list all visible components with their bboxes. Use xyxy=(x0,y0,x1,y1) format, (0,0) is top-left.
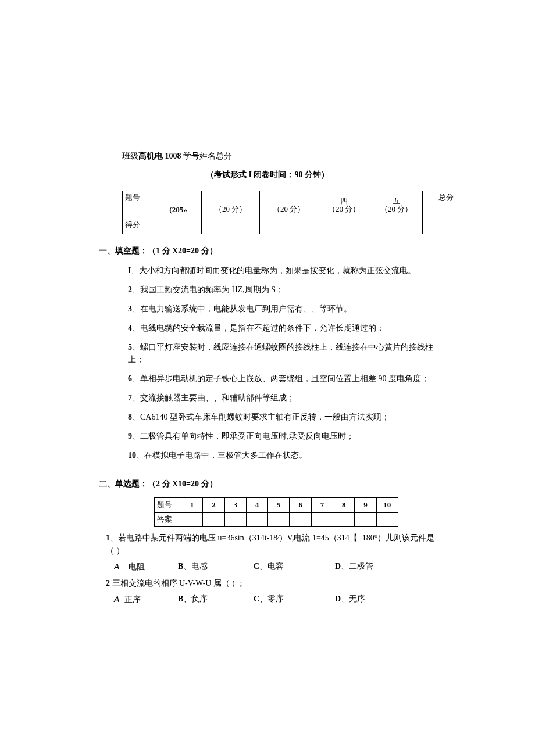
cell xyxy=(376,513,398,527)
cell: 1 xyxy=(181,498,203,513)
option-c: C、电容 xyxy=(254,560,335,574)
cell: (205» xyxy=(155,191,202,216)
fill-blank-list: I、大小和方向都随时间而变化的电量称为，如果是按变化，就称为正弦交流电。 2、我… xyxy=(128,264,436,461)
list-item: 5、螺口平灯座安装时，线应连接在通螺蚊圈的接线柱上，线连接在中心簧片的接线柱上； xyxy=(128,341,436,366)
cell: 7 xyxy=(311,498,333,513)
mcq-questions: 1、若电路中某元件两端的电压 u=36sin（314t-18⁄）V,电流 1=4… xyxy=(106,532,436,606)
cell: 6 xyxy=(290,498,311,513)
cell-total: 总分 xyxy=(423,191,469,216)
q1-options: A 电阻 BB、电感、电感 C、电容 D、二极管 xyxy=(114,560,436,574)
class-value: 高机电 1008 xyxy=(138,152,181,160)
id-name-score: 学号姓名总分 xyxy=(181,152,233,160)
table-row: 答案 xyxy=(155,513,398,527)
cell xyxy=(423,216,469,234)
cell xyxy=(203,513,224,527)
q2-stem: 2 三相交流电的相序 U-V-W-U 属（ ）; xyxy=(106,577,436,590)
cell: 5 xyxy=(268,498,290,513)
list-item: 4、电线电缆的安全载流量，是指在不超过的条件下，允许长期通过的； xyxy=(128,322,436,334)
option-d: D、二极管 xyxy=(335,560,411,574)
cell: （20 分） xyxy=(202,191,260,216)
option-b: B、负序 xyxy=(178,593,254,606)
option-a-key: A xyxy=(114,593,122,605)
cell xyxy=(268,513,290,527)
list-item: I、大小和方向都随时间而变化的电量称为，如果是按变化，就称为正弦交流电。 xyxy=(128,264,436,277)
cell xyxy=(260,216,318,234)
cell xyxy=(181,513,203,527)
exam-page: 班级高机电 1008 学号姓名总分 （考试形式 I 闭卷时间：90 分钟） 题号… xyxy=(0,0,535,606)
cell xyxy=(370,216,423,234)
cell xyxy=(333,513,355,527)
list-item: 2、我国工频交流电的频率为 HZ,周期为 S； xyxy=(128,284,436,296)
list-item: 9、二极管具有单向特性，即承受正向电压时,承受反向电压时； xyxy=(128,430,436,442)
cell xyxy=(355,513,376,527)
exam-form-line: （考试形式 I 闭卷时间：90 分钟） xyxy=(99,170,436,180)
q1-stem: 1、若电路中某元件两端的电压 u=36sin（314t-18⁄）V,电流 1=4… xyxy=(106,532,436,558)
cell-ans-label: 答案 xyxy=(155,513,181,527)
cell xyxy=(246,513,268,527)
mcq-answer-table: 题号 1 2 3 4 5 6 7 8 9 10 答案 xyxy=(154,497,398,527)
list-item: 6、单相异步电动机的定子铁心上嵌放、两套绕组，且空间位置上相差 90 度电角度； xyxy=(128,372,436,385)
cell xyxy=(318,216,370,234)
cell: 10 xyxy=(376,498,398,513)
option-b: BB、电感、电感 xyxy=(178,560,254,574)
table-row: 题号 1 2 3 4 5 6 7 8 9 10 xyxy=(155,498,398,513)
score-table: 题号 (205» （20 分） （20 分） 四（20 分） 五（20 分） 总… xyxy=(122,191,469,234)
option-c: C、零序 xyxy=(254,593,335,606)
cell xyxy=(224,513,246,527)
table-row: 得分 xyxy=(123,216,469,234)
cell: 五（20 分） xyxy=(370,191,423,216)
cell: 2 xyxy=(203,498,224,513)
cell xyxy=(155,216,202,234)
cell xyxy=(311,513,333,527)
list-item: 8、CA6140 型卧式车床车削螺蚊时要求主轴有正反转，一般由方法实现； xyxy=(128,411,436,423)
cell: 8 xyxy=(333,498,355,513)
cell xyxy=(202,216,260,234)
cell: （20 分） xyxy=(260,191,318,216)
q2-options: A 正序 B、负序 C、零序 D、无序 xyxy=(114,593,436,606)
cell-score-label: 得分 xyxy=(123,216,155,234)
student-info-line: 班级高机电 1008 学号姓名总分 xyxy=(122,151,436,162)
section1-heading: 一、填空题：（1 分 X20=20 分） xyxy=(99,246,436,256)
cell: 3 xyxy=(224,498,246,513)
table-row: 题号 (205» （20 分） （20 分） 四（20 分） 五（20 分） 总… xyxy=(123,191,469,216)
cell: 四（20 分） xyxy=(318,191,370,216)
class-label: 班级 xyxy=(122,152,138,160)
list-item: 7、交流接触器主要由、、和辅助部件等组成； xyxy=(128,392,436,404)
list-item: 10、在模拟电子电路中，三极管大多工作在状态。 xyxy=(128,449,436,461)
section2-heading: 二、单选题：（2 分 X10=20 分） xyxy=(99,479,436,489)
list-item: 3、在电力输送系统中，电能从发电厂到用户需有、、等环节。 xyxy=(128,303,436,315)
option-d: D、无序 xyxy=(335,593,411,606)
cell-num-label: 题号 xyxy=(155,498,181,513)
option-a-key: A xyxy=(114,560,122,573)
exam-form-text: （考试形式 I 闭卷时间：90 分钟） xyxy=(206,170,329,179)
cell-num-label: 题号 xyxy=(123,191,155,216)
cell: 4 xyxy=(246,498,268,513)
cell: 9 xyxy=(355,498,376,513)
cell xyxy=(290,513,311,527)
